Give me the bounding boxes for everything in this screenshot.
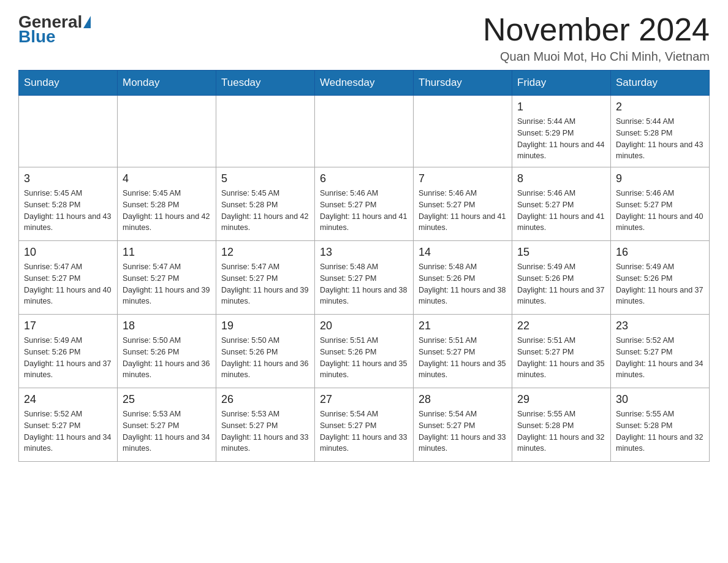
day-number: 25: [123, 393, 211, 406]
day-info-text: Daylight: 11 hours and 41 minutes.: [320, 211, 408, 234]
day-info-text: Sunrise: 5:51 AM: [419, 335, 507, 347]
day-info-text: Sunset: 5:26 PM: [320, 347, 408, 358]
day-info-text: Daylight: 11 hours and 34 minutes.: [616, 358, 704, 381]
day-info-text: Sunrise: 5:52 AM: [616, 335, 704, 347]
day-number: 21: [419, 320, 507, 332]
day-info-text: Sunset: 5:27 PM: [517, 347, 605, 358]
day-info-text: Sunset: 5:29 PM: [517, 128, 605, 139]
day-info-text: Sunrise: 5:45 AM: [221, 188, 309, 199]
logo-triangle-icon: [83, 16, 91, 28]
logo-blue-text: Blue: [18, 27, 56, 46]
main-title: November 2024: [483, 12, 710, 47]
table-row: 9Sunrise: 5:46 AMSunset: 5:27 PMDaylight…: [611, 167, 710, 241]
day-number: 29: [517, 393, 605, 406]
table-row: [216, 96, 315, 167]
table-row: 2Sunrise: 5:44 AMSunset: 5:28 PMDaylight…: [611, 96, 710, 167]
day-info-text: Daylight: 11 hours and 38 minutes.: [320, 285, 408, 308]
day-info-text: Daylight: 11 hours and 42 minutes.: [123, 211, 211, 234]
day-info-text: Daylight: 11 hours and 33 minutes.: [419, 432, 507, 455]
day-info-text: Sunset: 5:28 PM: [517, 420, 605, 432]
day-info-text: Sunrise: 5:47 AM: [221, 261, 309, 273]
table-row: 6Sunrise: 5:46 AMSunset: 5:27 PMDaylight…: [315, 167, 414, 241]
day-info-text: Sunrise: 5:54 AM: [419, 408, 507, 420]
day-info-text: Sunrise: 5:49 AM: [616, 261, 704, 273]
table-row: 18Sunrise: 5:50 AMSunset: 5:26 PMDayligh…: [118, 315, 216, 388]
day-number: 17: [24, 320, 112, 332]
table-row: 15Sunrise: 5:49 AMSunset: 5:26 PMDayligh…: [512, 241, 611, 315]
table-row: 14Sunrise: 5:48 AMSunset: 5:26 PMDayligh…: [414, 241, 512, 315]
day-info-text: Daylight: 11 hours and 34 minutes.: [123, 432, 211, 455]
day-info-text: Sunrise: 5:50 AM: [221, 335, 309, 347]
day-info-text: Sunset: 5:28 PM: [616, 128, 704, 139]
day-info-text: Daylight: 11 hours and 36 minutes.: [221, 358, 309, 381]
day-number: 19: [221, 320, 309, 332]
calendar-week-row: 1Sunrise: 5:44 AMSunset: 5:29 PMDaylight…: [19, 96, 710, 167]
header: General Blue November 2024 Quan Muoi Mot…: [18, 12, 710, 64]
day-number: 10: [24, 246, 112, 259]
day-info-text: Sunset: 5:27 PM: [24, 420, 112, 432]
day-info-text: Sunset: 5:27 PM: [123, 273, 211, 285]
day-info-text: Sunset: 5:28 PM: [616, 420, 704, 432]
calendar-week-row: 17Sunrise: 5:49 AMSunset: 5:26 PMDayligh…: [19, 315, 710, 388]
table-row: 28Sunrise: 5:54 AMSunset: 5:27 PMDayligh…: [414, 388, 512, 462]
col-saturday: Saturday: [611, 71, 710, 96]
table-row: 7Sunrise: 5:46 AMSunset: 5:27 PMDaylight…: [414, 167, 512, 241]
subtitle: Quan Muoi Mot, Ho Chi Minh, Vietnam: [483, 50, 710, 64]
day-number: 20: [320, 320, 408, 332]
day-info-text: Sunrise: 5:45 AM: [123, 188, 211, 199]
day-number: 27: [320, 393, 408, 406]
table-row: 4Sunrise: 5:45 AMSunset: 5:28 PMDaylight…: [118, 167, 216, 241]
table-row: 22Sunrise: 5:51 AMSunset: 5:27 PMDayligh…: [512, 315, 611, 388]
day-info-text: Sunrise: 5:47 AM: [24, 261, 112, 273]
day-number: 1: [517, 101, 605, 113]
day-info-text: Sunset: 5:26 PM: [24, 347, 112, 358]
day-info-text: Sunrise: 5:44 AM: [616, 116, 704, 128]
table-row: 25Sunrise: 5:53 AMSunset: 5:27 PMDayligh…: [118, 388, 216, 462]
day-info-text: Daylight: 11 hours and 44 minutes.: [517, 139, 605, 163]
day-number: 2: [616, 101, 704, 113]
page: General Blue November 2024 Quan Muoi Mot…: [0, 0, 728, 474]
day-number: 13: [320, 246, 408, 259]
table-row: 27Sunrise: 5:54 AMSunset: 5:27 PMDayligh…: [315, 388, 414, 462]
day-info-text: Sunrise: 5:50 AM: [123, 335, 211, 347]
table-row: 23Sunrise: 5:52 AMSunset: 5:27 PMDayligh…: [611, 315, 710, 388]
day-info-text: Sunrise: 5:49 AM: [24, 335, 112, 347]
day-info-text: Sunset: 5:27 PM: [123, 420, 211, 432]
table-row: 5Sunrise: 5:45 AMSunset: 5:28 PMDaylight…: [216, 167, 315, 241]
day-number: 9: [616, 172, 704, 185]
day-info-text: Sunset: 5:27 PM: [320, 420, 408, 432]
day-info-text: Sunrise: 5:46 AM: [419, 188, 507, 199]
day-number: 11: [123, 246, 211, 259]
day-info-text: Sunrise: 5:46 AM: [320, 188, 408, 199]
day-number: 8: [517, 172, 605, 185]
calendar-body: 1Sunrise: 5:44 AMSunset: 5:29 PMDaylight…: [19, 96, 710, 462]
day-info-text: Sunset: 5:26 PM: [419, 273, 507, 285]
day-info-text: Daylight: 11 hours and 39 minutes.: [123, 285, 211, 308]
table-row: 20Sunrise: 5:51 AMSunset: 5:26 PMDayligh…: [315, 315, 414, 388]
day-info-text: Sunset: 5:28 PM: [24, 199, 112, 211]
table-row: [19, 96, 118, 167]
table-row: 29Sunrise: 5:55 AMSunset: 5:28 PMDayligh…: [512, 388, 611, 462]
day-info-text: Daylight: 11 hours and 42 minutes.: [221, 211, 309, 234]
table-row: 1Sunrise: 5:44 AMSunset: 5:29 PMDaylight…: [512, 96, 611, 167]
day-info-text: Daylight: 11 hours and 40 minutes.: [24, 285, 112, 308]
day-info-text: Daylight: 11 hours and 33 minutes.: [320, 432, 408, 455]
day-info-text: Sunset: 5:27 PM: [221, 420, 309, 432]
day-info-text: Sunset: 5:27 PM: [419, 420, 507, 432]
table-row: [315, 96, 414, 167]
day-number: 23: [616, 320, 704, 332]
day-info-text: Daylight: 11 hours and 37 minutes.: [517, 285, 605, 308]
day-info-text: Sunset: 5:27 PM: [616, 199, 704, 211]
day-number: 15: [517, 246, 605, 259]
day-info-text: Sunset: 5:27 PM: [517, 199, 605, 211]
col-thursday: Thursday: [414, 71, 512, 96]
day-info-text: Sunrise: 5:46 AM: [616, 188, 704, 199]
day-info-text: Sunset: 5:26 PM: [517, 273, 605, 285]
day-number: 5: [221, 172, 309, 185]
table-row: 24Sunrise: 5:52 AMSunset: 5:27 PMDayligh…: [19, 388, 118, 462]
day-info-text: Daylight: 11 hours and 33 minutes.: [221, 432, 309, 455]
day-number: 4: [123, 172, 211, 185]
table-row: 21Sunrise: 5:51 AMSunset: 5:27 PMDayligh…: [414, 315, 512, 388]
table-row: 30Sunrise: 5:55 AMSunset: 5:28 PMDayligh…: [611, 388, 710, 462]
day-number: 16: [616, 246, 704, 259]
